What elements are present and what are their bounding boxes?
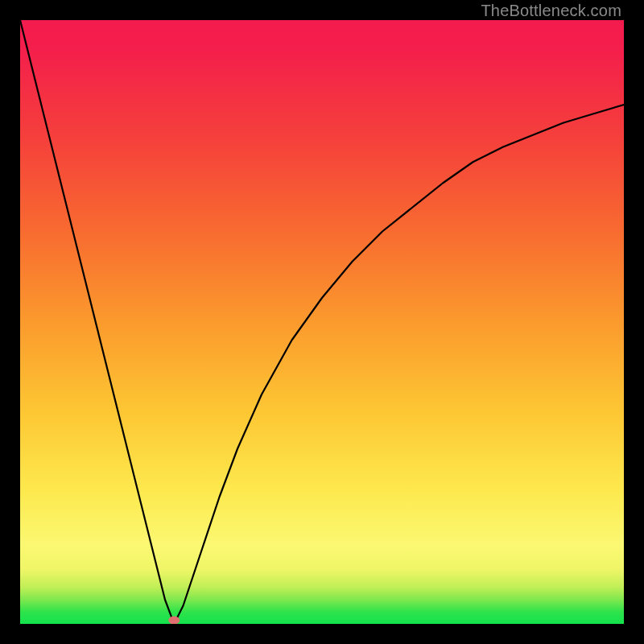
gradient-background <box>20 20 624 624</box>
chart-frame <box>20 20 624 624</box>
bottleneck-chart <box>20 20 624 624</box>
watermark-label: TheBottleneck.com <box>481 2 621 20</box>
